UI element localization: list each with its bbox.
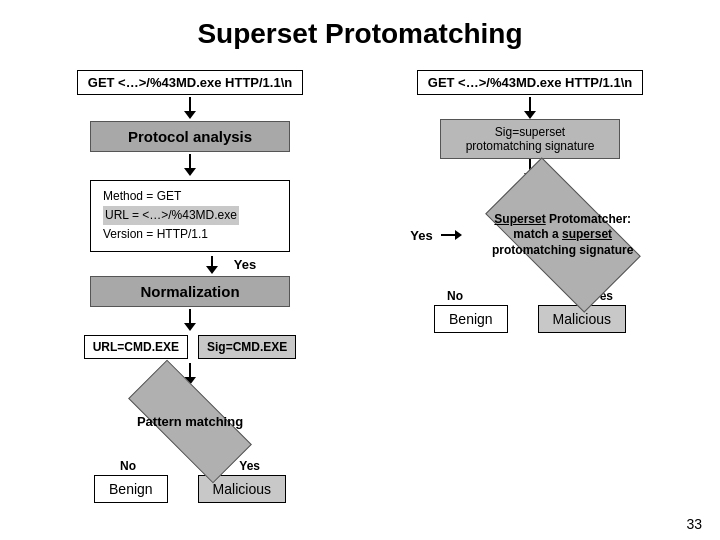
- superset-protomatcher-label: Superset Protomatcher: match a superset …: [492, 212, 633, 259]
- arrow-down-1: [184, 97, 196, 119]
- pattern-matching-label: Pattern matching: [137, 414, 243, 429]
- left-bottom-row: Benign Malicious: [94, 475, 286, 503]
- superset-line2: match a superset: [513, 227, 612, 241]
- parse-url: URL = <…>/%43MD.exe: [103, 206, 277, 225]
- superset-protomatcher-diamond: Superset Protomatcher: match a superset …: [468, 185, 658, 285]
- right-arrow-down-1: [524, 97, 536, 119]
- superset-line3: protomatching signature: [492, 243, 633, 257]
- yes-label-norm: Yes: [234, 257, 256, 272]
- right-column: GET <…>/%43MD.exe HTTP/1.1\n Sig=superse…: [375, 70, 685, 503]
- url-cmd-box: URL=CMD.EXE: [84, 335, 188, 359]
- url-sig-row: URL=CMD.EXE Sig=CMD.EXE: [84, 335, 297, 359]
- arrow-down-2: [184, 154, 196, 176]
- normalization-box: Normalization: [90, 276, 290, 307]
- page-number: 33: [686, 516, 702, 532]
- left-http-request: GET <…>/%43MD.exe HTTP/1.1\n: [77, 70, 303, 95]
- sig-label-box: Sig=supersetprotomatching signature: [440, 119, 620, 159]
- parse-results-box: Method = GET URL = <…>/%43MD.exe Version…: [90, 180, 290, 252]
- left-benign-box: Benign: [94, 475, 168, 503]
- left-column: GET <…>/%43MD.exe HTTP/1.1\n Protocol an…: [35, 70, 345, 503]
- parse-version: Version = HTTP/1.1: [103, 225, 277, 244]
- right-benign-box: Benign: [434, 305, 508, 333]
- sig-label-text: Sig=supersetprotomatching signature: [466, 125, 595, 153]
- sig-cmd-box: Sig=CMD.EXE: [198, 335, 296, 359]
- no-label-left: No: [120, 459, 136, 473]
- pattern-matching-diamond: Pattern matching: [110, 387, 270, 457]
- right-bottom-row: Benign Malicious: [434, 305, 626, 333]
- page-title: Superset Protomatching: [0, 0, 720, 60]
- arrow-down-3: [184, 309, 196, 331]
- superset-row: Yes Superset Protomatcher: match a super…: [402, 181, 657, 289]
- parse-method: Method = GET: [103, 187, 277, 206]
- yes-label-left: Yes: [239, 459, 260, 473]
- no-label-right: No: [447, 289, 463, 303]
- protocol-analysis-box: Protocol analysis: [90, 121, 290, 152]
- norm-connector: Yes: [116, 256, 264, 274]
- right-http-request: GET <…>/%43MD.exe HTTP/1.1\n: [417, 70, 643, 95]
- superset-line1: Superset Protomatcher:: [494, 212, 631, 226]
- yes-label-right: Yes: [410, 228, 432, 243]
